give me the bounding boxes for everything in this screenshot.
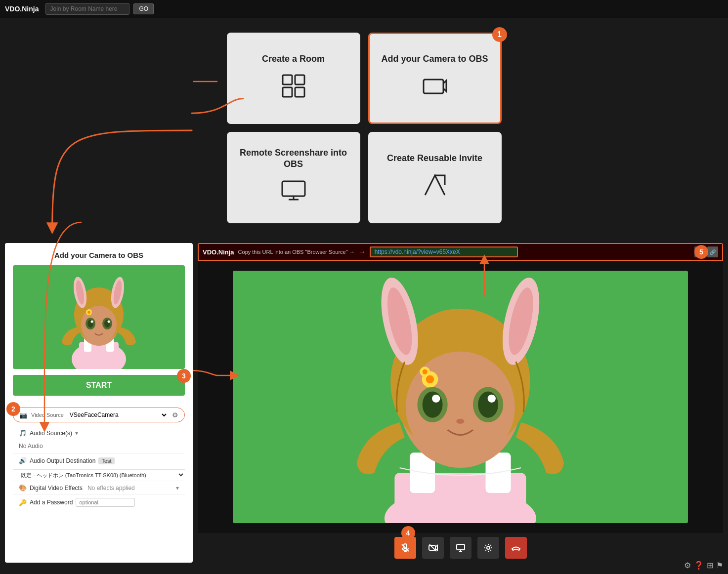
audio-output-device-select[interactable]: 既定 - ヘッドホン (TaoTronics TT-SK08) (Bluetoo… [13,469,185,481]
audio-output-row: 🔊 Audio Output Destination Test [13,453,185,467]
svg-rect-3 [295,87,304,97]
obs-brand: VDO.Ninja [203,248,234,256]
camera-icon [422,73,448,103]
audio-source-value: No Audio [13,442,185,453]
password-input[interactable] [76,498,135,507]
settings-button[interactable] [477,537,499,559]
dvfx-row: 🎨 Digital Video Effects No effects appli… [13,481,185,494]
audio-source-label: Audio Source(s) [30,430,72,437]
rooms-icon [281,73,306,103]
menu-grid-area: Create a Room 1 Add your Camera to OBS [0,18,728,238]
flag-mini-icon[interactable]: ⚑ [716,561,723,570]
svg-point-47 [456,419,464,424]
obs-link-icon[interactable]: 🔗 [707,246,718,257]
dvfx-label: Digital Video Effects [30,485,83,492]
badge-3: 3 [177,369,191,383]
screen-share-button[interactable] [450,537,471,559]
gear-mini-icon[interactable]: ⚙ [684,561,691,570]
card-add-camera-title: Add your Camera to OBS [381,53,488,65]
obs-controls-bar: 4 [198,533,723,563]
svg-point-51 [423,369,428,374]
hangup-button[interactable] [505,537,527,559]
obs-topbar: VDO.Ninja Copy this URL into an OBS "Bro… [198,243,723,261]
obs-video-screen [233,271,688,523]
svg-point-61 [487,546,490,549]
anime-char-small [13,265,185,369]
top-section: Create a Room 1 Add your Camera to OBS [0,18,728,238]
svg-point-49 [426,375,434,383]
badge-5: 5 [694,245,708,259]
card-screen-share[interactable]: Remote Screenshare into OBS [227,132,360,223]
right-panel: VDO.Ninja Copy this URL into an OBS "Bro… [198,243,723,563]
left-panel-title: Add your Camera to OBS [13,251,185,259]
card-screen-share-title: Remote Screenshare into OBS [237,147,350,170]
svg-rect-2 [283,87,292,97]
svg-rect-1 [295,75,304,84]
card-create-room[interactable]: Create a Room [227,33,360,124]
obs-arrow-icon: → [359,248,366,256]
go-button[interactable]: GO [133,3,154,14]
start-button[interactable]: START [13,375,185,396]
svg-point-27 [87,311,90,314]
room-name-input[interactable] [45,3,129,15]
video-source-gear-icon[interactable]: ⚙ [172,411,178,419]
card-create-room-title: Create a Room [262,53,325,65]
camera-toggle-button[interactable] [422,537,444,559]
svg-rect-4 [424,80,443,93]
badge-4: 4 [401,526,415,540]
audio-output-test[interactable]: Test [98,457,114,464]
audio-output-label: Audio Output Destination [30,457,95,464]
svg-point-25 [108,321,110,323]
video-source-select[interactable]: VSeeFaceCamera [68,411,168,419]
video-source-label: Video Source [31,412,64,418]
svg-rect-58 [457,544,465,550]
layout-mini-icon[interactable]: ⊞ [707,561,713,570]
obs-instruction: Copy this URL into an OBS "Browser Sourc… [238,249,355,255]
menu-grid: Create a Room 1 Add your Camera to OBS [227,33,502,223]
anime-char-large [233,271,688,523]
brand-logo: VDO.Ninja [5,5,39,13]
invite-icon [422,172,448,203]
left-panel: Add your Camera to OBS [5,243,193,563]
header-bar: VDO.Ninja GO [0,0,728,18]
obs-url-box[interactable]: https://vdo.ninja/?view=v65XxeX [370,246,518,257]
svg-point-46 [488,395,496,403]
badge-2: 2 [6,402,20,416]
svg-rect-0 [283,75,292,84]
svg-point-45 [432,395,440,403]
video-source-row[interactable]: 2 📷 Video Source VSeeFaceCamera ⚙ [13,408,185,422]
password-label: Add a Password [30,499,73,506]
bottom-right-icons: ⚙ ❓ ⊞ ⚑ [684,561,723,570]
password-row: 🔑 Add a Password [13,494,185,510]
card-add-camera[interactable]: 1 Add your Camera to OBS [368,33,502,124]
card-reusable-invite[interactable]: Create Reusable Invite [368,132,502,223]
question-mini-icon[interactable]: ❓ [694,561,704,570]
audio-source-row[interactable]: 🎵 Audio Source(s) ▾ [13,426,185,440]
badge-1: 1 [492,27,507,42]
camera-preview [13,265,185,369]
mic-mute-button[interactable] [394,537,416,559]
obs-video-area [198,261,723,533]
svg-point-44 [478,391,498,417]
bottom-section: Add your Camera to OBS [0,238,728,568]
screen-icon [281,178,306,208]
svg-rect-5 [282,181,305,196]
svg-point-24 [91,321,93,323]
svg-point-43 [423,391,443,417]
card-reusable-invite-title: Create Reusable Invite [387,153,482,164]
